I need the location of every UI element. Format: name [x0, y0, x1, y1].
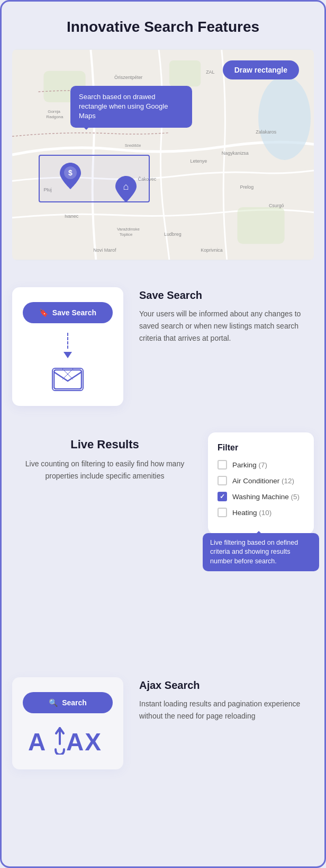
filter-item-parking: Parking (7): [218, 460, 304, 470]
parking-count: (7): [259, 461, 268, 469]
ajax-search-card: 🔍 Search A AX: [12, 677, 123, 769]
parking-label: Parking (7): [232, 461, 267, 469]
svg-text:ZAL: ZAL: [206, 69, 214, 75]
svg-text:Öriszentpéter: Öriszentpéter: [114, 75, 142, 80]
search-button-label: Search: [62, 698, 87, 707]
svg-text:Csurgó: Csurgó: [269, 203, 284, 208]
svg-text:Radgona: Radgona: [46, 114, 64, 119]
save-search-desc: Your users will be informed about any ch…: [139, 308, 314, 344]
dashed-line: [67, 333, 68, 349]
ac-count: (12): [282, 477, 294, 485]
live-results-desc: Live counting on filtering to easily fin…: [12, 458, 197, 482]
live-results-title: Live Results: [12, 438, 197, 451]
save-search-card: 🔖 Save Search: [12, 287, 123, 406]
svg-text:Koprivnica: Koprivnica: [201, 247, 223, 253]
svg-text:Novi Marof: Novi Marof: [93, 247, 116, 253]
heating-count: (10): [259, 509, 271, 517]
ac-checkbox[interactable]: [218, 476, 227, 485]
heating-label: Heating (10): [232, 509, 271, 517]
bookmark-icon: 🔖: [39, 308, 48, 317]
washing-checkbox[interactable]: [218, 492, 227, 501]
search-icon: 🔍: [49, 698, 58, 707]
live-results-section: Live Results Live counting on filtering …: [12, 432, 314, 534]
save-search-button[interactable]: 🔖 Save Search: [23, 302, 113, 323]
svg-text:Ludbreg: Ludbreg: [164, 232, 182, 237]
map-pin-home: ⌂: [115, 176, 137, 205]
map-tooltip: Search based on drawed rectangle when us…: [70, 86, 192, 128]
save-search-label: Save Search: [52, 308, 96, 317]
heating-checkbox[interactable]: [218, 508, 227, 517]
ac-label: Air Conditioner (12): [232, 477, 294, 485]
ajax-search-section: 🔍 Search A AX Ajax Sea: [12, 677, 314, 769]
svg-text:Nagykanizsa: Nagykanizsa: [222, 150, 249, 156]
svg-text:A: A: [28, 728, 47, 755]
ajax-logo: A AX: [28, 723, 107, 755]
ajax-search-text: Ajax Search Instant loading results and …: [139, 677, 314, 722]
map-pin-dollar: $: [60, 163, 81, 191]
live-results-wrapper: Live Results Live counting on filtering …: [12, 432, 314, 561]
filter-title: Filter: [218, 443, 304, 453]
ajax-search-title: Ajax Search: [139, 679, 314, 692]
draw-rectangle-button[interactable]: Draw rectangle: [223, 60, 299, 79]
dashed-arrow: [62, 333, 73, 358]
svg-text:Toplice: Toplice: [120, 232, 133, 237]
svg-text:Zalakaros: Zalakaros: [256, 129, 277, 135]
live-results-text: Live Results Live counting on filtering …: [12, 432, 197, 482]
save-search-text: Save Search Your users will be informed …: [139, 287, 314, 344]
svg-rect-27: [54, 370, 82, 389]
filter-item-ac: Air Conditioner (12): [218, 476, 304, 485]
svg-rect-4: [238, 207, 285, 244]
svg-point-1: [258, 76, 311, 160]
svg-text:AX: AX: [66, 728, 102, 755]
arrow-down-icon: [62, 350, 73, 358]
save-search-section: 🔖 Save Search Save Search Your users wil…: [12, 287, 314, 406]
filter-item-washing: Washing Machine (5): [218, 492, 304, 501]
map-section: Öriszentpéter ZAL Gornja Radgona Murska …: [12, 49, 314, 261]
filter-tooltip: Live filtering based on defined criteria…: [203, 533, 319, 572]
ajax-search-desc: Instant loading results and pagination e…: [139, 698, 314, 722]
page-wrapper: Innovative Search Features Öriszentpéter…: [2, 2, 324, 791]
save-search-title: Save Search: [139, 289, 314, 302]
svg-rect-3: [169, 60, 201, 86]
filter-card: Filter Parking (7) Air Conditioner (12) …: [208, 432, 314, 534]
svg-text:Letenye: Letenye: [190, 158, 207, 164]
parking-checkbox[interactable]: [218, 460, 227, 470]
svg-text:Prelog: Prelog: [240, 184, 253, 190]
svg-text:Ivanec: Ivanec: [65, 214, 79, 219]
search-button[interactable]: 🔍 Search: [23, 692, 113, 713]
washing-count: (5): [291, 493, 300, 501]
page-title: Innovative Search Features: [12, 17, 314, 36]
filter-item-heating: Heating (10): [218, 508, 304, 517]
svg-text:Gornja: Gornja: [48, 109, 60, 114]
email-icon: [52, 368, 84, 391]
svg-text:Varaždinske: Varaždinske: [117, 227, 140, 232]
svg-text:$: $: [68, 169, 73, 177]
washing-label: Washing Machine (5): [232, 493, 300, 501]
svg-text:⌂: ⌂: [123, 181, 129, 192]
svg-text:Središče: Središče: [125, 143, 141, 148]
